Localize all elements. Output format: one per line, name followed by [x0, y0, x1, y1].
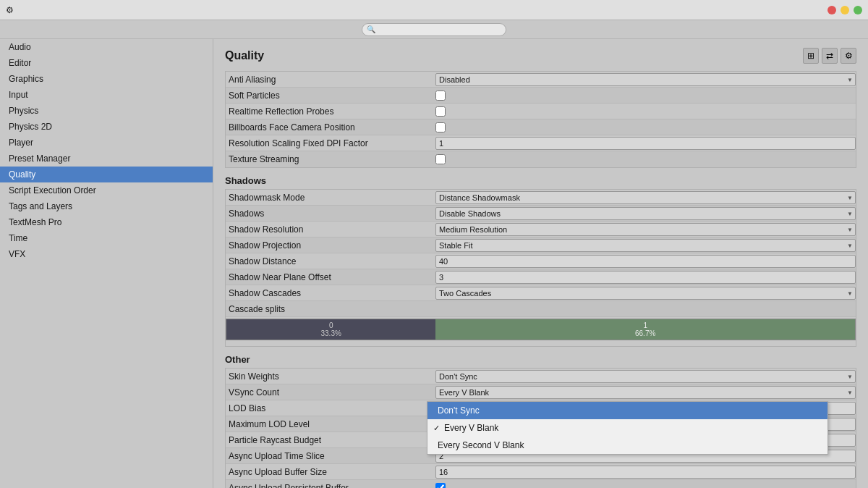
shadows-props-container: Shadowmask ModeDistance Shadowmask▼Shado…: [225, 189, 856, 347]
dropdown-anti-aliasing[interactable]: Disabled: [435, 73, 856, 86]
dropdown-shadow-projection[interactable]: Stable Fit: [435, 239, 856, 252]
prop-label-particle-raycast-budget: Particle Raycast Budget: [226, 435, 435, 445]
prop-label-realtime-reflection-probes: Realtime Reflection Probes: [226, 106, 435, 117]
top-props-container: Anti AliasingDisabled▼Soft ParticlesReal…: [225, 71, 856, 168]
prop-label-async-upload-buffer-size: Async Upload Buffer Size: [226, 467, 435, 477]
window-controls: [827, 6, 862, 14]
vsync-dropdown-open: Don't Sync✓Every V BlankEvery Second V B…: [427, 401, 828, 455]
checkbox-realtime-reflection-probes[interactable]: [435, 106, 446, 117]
dropdown-shadow-cascades[interactable]: Two Cascades: [435, 287, 856, 300]
prop-row-shadow-resolution: Shadow ResolutionMedium Resolution▼: [226, 222, 856, 237]
prop-row-shadow-cascades: Shadow CascadesTwo Cascades▼: [226, 285, 856, 301]
sidebar-item-tags-and-layers[interactable]: Tags and Layers: [0, 198, 213, 214]
prop-label-shadow-cascades: Shadow Cascades: [226, 288, 435, 298]
sidebar-item-time[interactable]: Time: [0, 230, 213, 246]
prop-value-shadow-cascades: Two Cascades▼: [435, 287, 856, 300]
prop-row-shadow-distance: Shadow Distance: [226, 253, 856, 269]
sidebar-item-input[interactable]: Input: [0, 87, 213, 103]
search-input[interactable]: [362, 23, 506, 36]
prop-label-skin-weights: Skin Weights: [226, 371, 435, 382]
section-title-shadows: Shadows: [225, 175, 856, 186]
prop-label-billboards-face-camera: Billboards Face Camera Position: [226, 122, 435, 132]
prop-row-async-upload-buffer-size: Async Upload Buffer Size: [226, 464, 856, 480]
prop-row-cascade-splits: Cascade splits: [226, 301, 856, 317]
prop-row-billboards-face-camera: Billboards Face Camera Position: [226, 119, 856, 135]
check-mark-every-v-blank: ✓: [433, 424, 440, 433]
close-button[interactable]: [827, 6, 836, 14]
checkbox-texture-streaming[interactable]: [435, 154, 446, 164]
dropdown-shadow-resolution[interactable]: Medium Resolution: [435, 223, 856, 236]
sidebar-item-quality[interactable]: Quality: [0, 167, 213, 182]
prop-value-anti-aliasing: Disabled▼: [435, 73, 856, 86]
prop-value-billboards-face-camera: [435, 122, 856, 132]
prop-row-soft-particles: Soft Particles: [226, 88, 856, 104]
input-resolution-scaling[interactable]: [435, 137, 856, 150]
prop-label-anti-aliasing: Anti Aliasing: [226, 75, 435, 85]
sidebar-item-physics[interactable]: Physics: [0, 103, 213, 119]
dropdown-skin-weights[interactable]: Don't Sync: [435, 370, 856, 383]
prop-value-shadows: Disable Shadows▼: [435, 207, 856, 220]
content-area: Quality ⊞ ⇄ ⚙ Anti AliasingDisabled▼Soft…: [213, 39, 868, 488]
sidebar-item-script-execution-order[interactable]: Script Execution Order: [0, 182, 213, 198]
dropdown-shadowmask-mode[interactable]: Distance Shadowmask: [435, 191, 856, 204]
prop-label-maximum-lod-level: Maximum LOD Level: [226, 419, 435, 429]
page-title: Quality: [225, 49, 803, 62]
prop-label-texture-streaming: Texture Streaming: [226, 154, 435, 164]
dropdown-option-label-every-v-blank: Every V Blank: [444, 423, 498, 433]
dropdown-vsync-count[interactable]: Every V Blank: [435, 386, 856, 399]
sidebar-item-audio[interactable]: Audio: [0, 39, 213, 55]
prop-label-async-upload-time-slice: Async Upload Time Slice: [226, 451, 435, 461]
prop-value-texture-streaming: [435, 154, 856, 164]
prop-value-shadow-near-plane-offset: [435, 271, 856, 284]
sidebar-item-player[interactable]: Player: [0, 135, 213, 151]
minimize-button[interactable]: [841, 6, 849, 14]
prop-label-cascade-splits: Cascade splits: [226, 304, 435, 314]
icon-btn-1[interactable]: ⊞: [803, 48, 819, 64]
header-icons: ⊞ ⇄ ⚙: [803, 48, 856, 64]
checkbox-soft-particles[interactable]: [435, 91, 446, 101]
dropdown-option-every-second-v-blank[interactable]: Every Second V Blank: [427, 437, 827, 454]
maximize-button[interactable]: [854, 6, 862, 14]
prop-label-vsync-count: VSync Count: [226, 387, 435, 397]
prop-value-shadow-distance: [435, 255, 856, 268]
sidebar-item-graphics[interactable]: Graphics: [0, 71, 213, 87]
prop-value-shadow-resolution: Medium Resolution▼: [435, 223, 856, 236]
prop-label-shadow-projection: Shadow Projection: [226, 240, 435, 251]
cascade-seg-1-label: 1: [643, 321, 647, 329]
prop-label-async-upload-persistent-buffer: Async Upload Persistent Buffer: [226, 483, 435, 488]
prop-row-shadowmask-mode: Shadowmask ModeDistance Shadowmask▼: [226, 190, 856, 206]
prop-row-shadows: ShadowsDisable Shadows▼: [226, 206, 856, 222]
input-shadow-distance[interactable]: [435, 255, 856, 268]
prop-value-async-upload-buffer-size: [435, 466, 856, 479]
prop-value-vsync-count: Every V Blank▼: [435, 386, 856, 399]
icon-btn-3[interactable]: ⚙: [841, 48, 856, 64]
prop-value-skin-weights: Don't Sync▼: [435, 370, 856, 383]
prop-label-shadow-distance: Shadow Distance: [226, 256, 435, 266]
sidebar-item-vfx[interactable]: VFX: [0, 246, 213, 262]
dropdown-option-every-v-blank[interactable]: ✓Every V Blank: [427, 419, 827, 437]
content-header: Quality ⊞ ⇄ ⚙: [225, 48, 856, 64]
prop-row-shadow-near-plane-offset: Shadow Near Plane Offset: [226, 269, 856, 285]
sidebar-item-physics2d[interactable]: Physics 2D: [0, 119, 213, 135]
dropdown-option-dont-sync[interactable]: Don't Sync: [427, 402, 827, 419]
prop-label-lod-bias: LOD Bias: [226, 403, 435, 413]
prop-row-async-upload-persistent-buffer: Async Upload Persistent Buffer: [226, 480, 856, 488]
cascade-seg-1: 166.7%: [435, 319, 855, 340]
icon-btn-2[interactable]: ⇄: [822, 48, 838, 64]
prop-label-resolution-scaling: Resolution Scaling Fixed DPI Factor: [226, 138, 435, 148]
dropdown-option-label-dont-sync: Don't Sync: [438, 405, 480, 416]
input-shadow-near-plane-offset[interactable]: [435, 271, 856, 284]
dropdown-shadows[interactable]: Disable Shadows: [435, 207, 856, 220]
checkbox-async-upload-persistent-buffer[interactable]: [435, 483, 446, 488]
prop-value-resolution-scaling: [435, 137, 856, 150]
cascade-seg-0-label: 0: [329, 321, 333, 329]
sidebar-item-textmesh-pro[interactable]: TextMesh Pro: [0, 214, 213, 230]
search-wrap: 🔍: [362, 23, 506, 36]
sidebar-item-editor[interactable]: Editor: [0, 55, 213, 71]
prop-row-vsync-count: VSync CountEvery V Blank▼: [226, 384, 856, 400]
input-async-upload-buffer-size[interactable]: [435, 466, 856, 479]
prop-row-texture-streaming: Texture Streaming: [226, 151, 856, 167]
search-bar-row: 🔍: [0, 20, 868, 39]
checkbox-billboards-face-camera[interactable]: [435, 122, 446, 132]
sidebar-item-preset-manager[interactable]: Preset Manager: [0, 151, 213, 167]
